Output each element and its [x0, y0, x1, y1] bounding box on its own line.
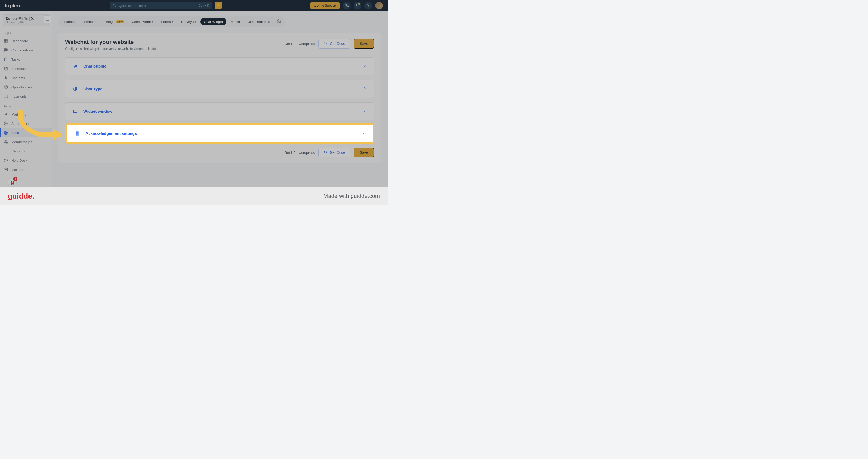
accordion-chat-type[interactable]: Chat Type [65, 80, 374, 98]
sidebar-item-contacts[interactable]: Contacts [0, 73, 52, 83]
wordpress-link[interactable]: Get it for wordpress [284, 42, 315, 46]
tools-section-label: Tools [0, 101, 52, 110]
sidebar-item-helpdesk[interactable]: Help Desk [0, 156, 52, 165]
account-switcher[interactable]: Dunder Mifflin [D... Scranton, PA ▾ [3, 14, 49, 26]
sidebar-item-tasks[interactable]: Tasks [0, 55, 52, 64]
svg-point-18 [5, 123, 6, 124]
sidebar-item-dashboard[interactable]: Dashboard [0, 36, 52, 45]
contrast-icon [73, 86, 78, 91]
highlight-acknowledgement-settings[interactable]: Acknowledgement settings [66, 123, 374, 144]
svg-rect-2 [46, 17, 49, 20]
guidde-footer: guidde. Made with guidde.com [0, 187, 388, 205]
accordion-title: Chat bubble [84, 64, 358, 68]
svg-rect-7 [4, 41, 6, 42]
chevron-down-icon: ▾ [152, 20, 153, 23]
tab-chat-widget[interactable]: Chat Widget [200, 18, 226, 25]
svg-rect-5 [6, 39, 7, 40]
panel-icon [45, 17, 50, 22]
tab-funnels[interactable]: Funnels [61, 18, 80, 25]
chart-icon [4, 149, 8, 154]
get-code-button-bottom[interactable]: Get Code [318, 148, 350, 157]
search-wrap: Quick search here Ctrl + K ⚡ [25, 2, 306, 9]
user-avatar[interactable] [375, 2, 383, 9]
tab-blogs[interactable]: BlogsNew [102, 18, 127, 25]
account-location: Scranton, PA [6, 21, 42, 24]
tab-forms[interactable]: Forms▾ [158, 18, 177, 25]
svg-point-21 [5, 141, 6, 142]
phone-icon [345, 3, 349, 8]
tab-bar: Funnels Websites BlogsNew Client Portal▾… [58, 17, 286, 27]
sidebar-item-payments[interactable]: Payments [0, 92, 52, 101]
page-header: Webchat for your website Configure a cha… [65, 39, 374, 51]
nav-label: Opportunities [11, 85, 32, 89]
tab-media[interactable]: Media [227, 18, 244, 25]
chevron-right-icon [362, 131, 366, 136]
search-icon [113, 4, 116, 8]
save-button-bottom[interactable]: Save [354, 148, 374, 157]
code-icon [323, 41, 328, 46]
new-badge: New [116, 20, 124, 23]
nav-label: Mailfold [11, 168, 23, 172]
nav-label: Tasks [11, 58, 20, 61]
support-button[interactable]: topline Support [310, 2, 340, 9]
get-code-button[interactable]: Get Code [318, 39, 350, 49]
nav-label: Dashboard [11, 39, 28, 43]
chevron-right-icon [363, 87, 367, 91]
accordion-title: Widget window [84, 109, 358, 114]
bolt-button[interactable]: ⚡ [215, 2, 222, 9]
nav-label: Payments [11, 94, 27, 98]
sidebar-item-scheduler[interactable]: Scheduler [0, 64, 52, 73]
user-icon [4, 75, 8, 80]
tab-websites[interactable]: Websites [81, 18, 101, 25]
svg-rect-6 [6, 41, 7, 42]
svg-point-14 [5, 86, 7, 88]
save-button[interactable]: Save [354, 39, 374, 49]
question-icon: ? [367, 3, 370, 8]
header-right: topline Support ? [310, 2, 383, 9]
globe-icon [4, 130, 8, 135]
tab-surveys[interactable]: Surveys▾ [178, 18, 199, 25]
accordion-chat-bubble[interactable]: Chat bubble [65, 57, 374, 75]
notification-dot [358, 3, 360, 5]
tab-client-portal[interactable]: Client Portal▾ [129, 18, 157, 25]
dashboard-icon [4, 38, 8, 43]
svg-point-0 [113, 4, 115, 6]
form-icon [75, 131, 80, 136]
megaphone-icon [4, 112, 8, 117]
page-subtitle: Configure a chat widget to convert your … [65, 47, 156, 51]
sidebar-item-conversations[interactable]: Conversations [0, 45, 52, 55]
badge-count: 3 [13, 177, 18, 181]
guidde-logo: guidde. [8, 192, 34, 201]
nav-label: Help Desk [11, 159, 27, 162]
tab-settings[interactable] [275, 18, 283, 25]
help-icon [4, 158, 8, 163]
search-input[interactable]: Quick search here Ctrl + K [110, 2, 212, 9]
sidebar-item-mailfold[interactable]: Mailfold [0, 165, 52, 174]
sidebar-item-reporting[interactable]: Reporting [0, 147, 52, 156]
wordpress-link-bottom[interactable]: Get it for wordpress [284, 151, 315, 155]
svg-rect-16 [4, 95, 8, 98]
arrow-annotation [16, 111, 67, 147]
tasks-icon [4, 57, 8, 62]
window-icon [73, 109, 78, 114]
calendar-icon [4, 66, 8, 71]
search-shortcut: Ctrl + K [199, 4, 209, 7]
mail-icon [4, 167, 8, 172]
sidebar-item-opportunities[interactable]: Opportunities [0, 83, 52, 92]
tab-url-redirects[interactable]: URL Redirects [244, 18, 273, 25]
made-with-text: Made with guidde.com [323, 193, 380, 200]
sidebar-toggle[interactable] [43, 16, 51, 23]
notifications-button[interactable] [354, 2, 361, 9]
accordion-widget-window[interactable]: Widget window [65, 102, 374, 120]
svg-point-15 [6, 87, 6, 88]
help-button[interactable]: ? [365, 2, 372, 9]
phone-button[interactable] [343, 2, 350, 9]
apps-section-label: Apps [0, 28, 52, 36]
guidde-badge[interactable]: g 3 [8, 177, 17, 187]
chat-icon [4, 48, 8, 52]
page-actions: Get it for wordpress Get Code Save [284, 39, 374, 49]
target-icon [4, 85, 8, 89]
svg-point-27 [278, 21, 279, 22]
chevron-down-icon: ▾ [195, 20, 196, 23]
users-icon [4, 140, 8, 144]
